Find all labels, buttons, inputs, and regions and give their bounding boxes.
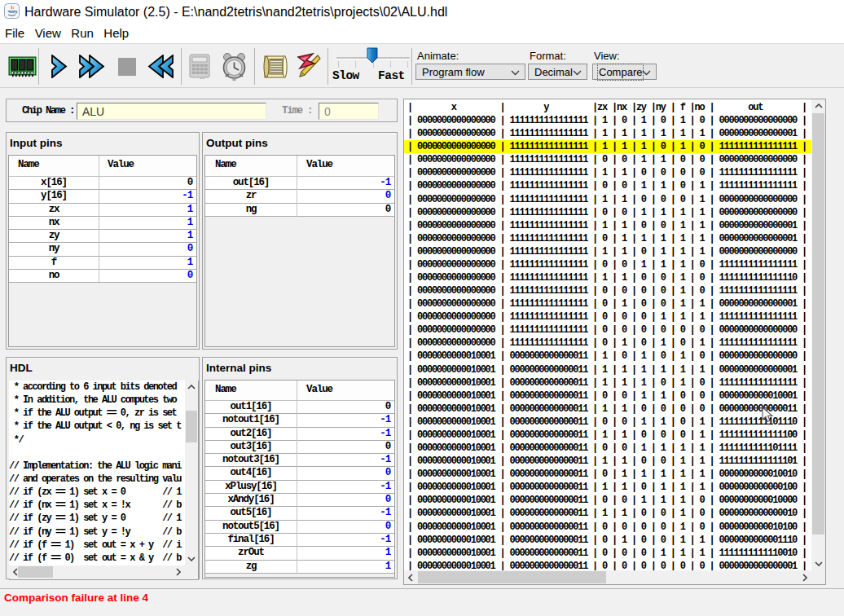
scroll-thumb[interactable] — [418, 571, 606, 583]
compare-row[interactable]: | 0000000000010001 | 0000000000000011 | … — [404, 560, 811, 570]
compare-row[interactable]: | 0000000000010001 | 0000000000000011 | … — [404, 442, 811, 455]
pin-value[interactable]: 0 — [99, 270, 196, 282]
chip-name-field[interactable]: ALU — [77, 103, 266, 120]
pin-row[interactable]: out4[16]0 — [205, 467, 394, 480]
pin-row[interactable]: zg1 — [205, 561, 394, 574]
menu-file[interactable]: File — [5, 23, 24, 43]
pin-value[interactable]: 0 — [297, 521, 394, 533]
compare-row[interactable]: | 0000000000000000 | 1111111111111111 | … — [404, 166, 811, 179]
compare-row-highlighted[interactable]: | 0000000000000000 | 1111111111111111 | … — [404, 140, 811, 153]
pin-row[interactable]: no0 — [9, 270, 196, 283]
pin-row[interactable]: notout5[16]0 — [205, 521, 394, 534]
pin-row[interactable]: zy1 — [9, 230, 196, 243]
compare-row[interactable]: | 0000000000010001 | 0000000000000011 | … — [404, 429, 811, 442]
compare-hscrollbar[interactable] — [404, 570, 811, 584]
view-select[interactable]: Compare — [592, 64, 657, 80]
menu-help[interactable]: Help — [103, 23, 129, 43]
pin-row[interactable]: out1[16]0 — [205, 401, 394, 414]
pin-row[interactable]: out3[16]0 — [205, 441, 394, 454]
menu-run[interactable]: Run — [71, 23, 94, 43]
pin-value[interactable]: 0 — [297, 401, 394, 413]
compare-row[interactable]: | 0000000000010001 | 0000000000000011 | … — [404, 363, 811, 376]
compare-row[interactable]: | 0000000000010001 | 0000000000000011 | … — [404, 521, 811, 534]
pin-row[interactable]: zrOut1 — [205, 547, 394, 560]
compare-row[interactable]: | 0000000000000000 | 1111111111111111 | … — [404, 193, 811, 206]
scroll-right-arrow[interactable] — [798, 570, 811, 584]
scroll-up-arrow[interactable] — [811, 99, 825, 112]
compare-row[interactable]: | 0000000000000000 | 1111111111111111 | … — [404, 114, 811, 127]
pin-value[interactable]: -1 — [297, 534, 394, 546]
compare-row[interactable]: | 0000000000010001 | 0000000000000011 | … — [404, 389, 811, 403]
pin-row[interactable]: ny0 — [9, 243, 196, 256]
run-button[interactable] — [78, 55, 105, 81]
scroll-left-arrow[interactable] — [404, 570, 417, 584]
input-pins-table[interactable]: Name Value x[16]0y[16]-1zx1nx1zy1ny0f1no… — [8, 155, 197, 347]
compare-row[interactable]: | 0000000000010001 | 0000000000000011 | … — [404, 494, 811, 507]
pin-row[interactable]: xAndy[16]0 — [205, 494, 394, 507]
hdl-code[interactable]: * according to 6 input bits denoted * In… — [9, 381, 185, 565]
pin-row[interactable]: y[16]-1 — [9, 190, 196, 203]
pin-row[interactable]: notout3[16]-1 — [205, 454, 394, 467]
scroll-up-arrow[interactable] — [185, 381, 198, 394]
pin-row[interactable]: xPlusy[16]-1 — [205, 481, 394, 494]
compare-row[interactable]: | 0000000000010001 | 0000000000000011 | … — [404, 455, 811, 468]
pin-row[interactable]: out2[16]-1 — [205, 428, 394, 441]
compare-row[interactable]: | 0000000000000000 | 1111111111111111 | … — [404, 310, 811, 323]
pin-value[interactable]: 1 — [99, 257, 196, 269]
compare-row[interactable]: | 0000000000000000 | 1111111111111111 | … — [404, 127, 811, 140]
compare-row[interactable]: | 0000000000010001 | 0000000000000011 | … — [404, 534, 811, 547]
pin-value[interactable]: 0 — [297, 441, 394, 453]
compare-row[interactable]: | 0000000000010001 | 0000000000000011 | … — [404, 507, 811, 520]
menu-view[interactable]: View — [35, 23, 61, 43]
load-chip-button[interactable] — [8, 55, 37, 81]
compare-row[interactable]: | 0000000000010001 | 0000000000000011 | … — [404, 468, 811, 481]
stop-button[interactable] — [118, 58, 136, 79]
pin-value[interactable]: 0 — [297, 204, 394, 216]
compare-row[interactable]: | 0000000000000000 | 1111111111111111 | … — [404, 179, 811, 192]
compare-header-row[interactable]: | x | y |zx |nx |zy |ny | f |no | out | — [404, 101, 811, 114]
pin-value[interactable]: -1 — [297, 454, 394, 466]
compare-row[interactable]: | 0000000000010001 | 0000000000000011 | … — [404, 481, 811, 494]
pin-row[interactable]: out5[16]-1 — [205, 507, 394, 520]
compare-row[interactable]: | 0000000000000000 | 1111111111111111 | … — [404, 219, 811, 232]
script-button[interactable] — [262, 55, 288, 82]
pin-row[interactable]: ng0 — [205, 204, 394, 217]
pin-row[interactable]: f1 — [9, 257, 196, 270]
scroll-thumb[interactable] — [812, 113, 824, 535]
compare-row[interactable]: | 0000000000000000 | 1111111111111111 | … — [404, 323, 811, 337]
pin-value[interactable]: 0 — [297, 494, 394, 506]
single-step-button[interactable] — [51, 55, 68, 81]
pin-row[interactable]: zr0 — [205, 190, 394, 203]
compare-row[interactable]: | 0000000000010001 | 0000000000000011 | … — [404, 376, 811, 389]
pin-row[interactable]: nx1 — [9, 217, 196, 230]
compare-row[interactable]: | 0000000000010001 | 0000000000000011 | … — [404, 416, 811, 429]
animate-select[interactable]: Program flow — [415, 64, 525, 80]
pin-value[interactable]: -1 — [297, 414, 394, 426]
reset-button[interactable] — [147, 55, 174, 81]
internal-pins-table[interactable]: Name Value out1[16]0notout1[16]-1out2[16… — [204, 380, 395, 578]
compare-vscrollbar[interactable] — [811, 99, 825, 570]
eval-button[interactable] — [295, 52, 324, 85]
compare-row[interactable]: | 0000000000000000 | 1111111111111111 | … — [404, 245, 811, 258]
compare-row[interactable]: | 0000000000010001 | 0000000000000011 | … — [404, 403, 811, 416]
pin-value[interactable]: -1 — [297, 428, 394, 440]
compare-row[interactable]: | 0000000000000000 | 1111111111111111 | … — [404, 284, 811, 297]
pin-value[interactable]: 1 — [99, 204, 196, 216]
pin-value[interactable]: 1 — [99, 217, 196, 229]
pin-row[interactable]: zx1 — [9, 204, 196, 217]
format-select[interactable]: Decimal — [528, 64, 587, 80]
compare-row[interactable]: | 0000000000000000 | 1111111111111111 | … — [404, 271, 811, 284]
pin-value[interactable]: -1 — [99, 190, 196, 202]
compare-row[interactable]: | 0000000000000000 | 1111111111111111 | … — [404, 258, 811, 271]
pin-value[interactable]: -1 — [297, 507, 394, 519]
scroll-right-arrow[interactable] — [172, 565, 185, 579]
pin-row[interactable]: x[16]0 — [9, 177, 196, 190]
compare-row[interactable]: | 0000000000010001 | 0000000000000011 | … — [404, 350, 811, 363]
scroll-down-arrow[interactable] — [811, 557, 825, 570]
compare-row[interactable]: | 0000000000000000 | 1111111111111111 | … — [404, 337, 811, 350]
pin-row[interactable]: final[16]-1 — [205, 534, 394, 547]
pin-value[interactable]: 0 — [99, 177, 196, 189]
compare-row[interactable]: | 0000000000000000 | 1111111111111111 | … — [404, 297, 811, 310]
scroll-thumb[interactable] — [186, 411, 197, 442]
scroll-down-arrow[interactable] — [185, 552, 198, 565]
